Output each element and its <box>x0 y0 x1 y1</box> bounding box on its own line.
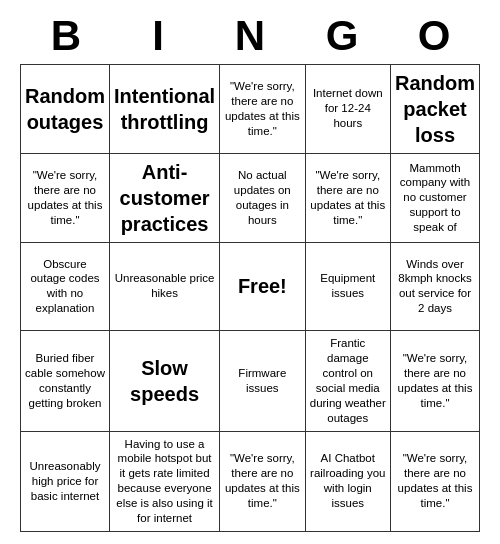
bingo-cell: "We're sorry, there are no updates at th… <box>21 154 110 243</box>
bingo-letter: B <box>20 12 112 60</box>
bingo-cell: No actual updates on outages in hours <box>220 154 305 243</box>
bingo-letter: G <box>296 12 388 60</box>
bingo-cell: Random outages <box>21 65 110 154</box>
bingo-cell: AI Chatbot railroading you with login is… <box>306 432 391 533</box>
bingo-card: BINGO Random outagesIntentional throttli… <box>10 2 490 542</box>
bingo-cell: Winds over 8kmph knocks out service for … <box>391 243 480 331</box>
bingo-cell: Firmware issues <box>220 331 305 432</box>
bingo-cell: Anti-customer practices <box>110 154 220 243</box>
bingo-grid: Random outagesIntentional throttling"We'… <box>20 64 480 532</box>
bingo-letter: O <box>388 12 480 60</box>
bingo-cell: Intentional throttling <box>110 65 220 154</box>
bingo-cell: Obscure outage codes with no explanation <box>21 243 110 331</box>
bingo-cell: "We're sorry, there are no updates at th… <box>220 432 305 533</box>
bingo-letter: I <box>112 12 204 60</box>
bingo-cell: Random packet loss <box>391 65 480 154</box>
bingo-cell: "We're sorry, there are no updates at th… <box>306 154 391 243</box>
bingo-cell: Frantic damage control on social media d… <box>306 331 391 432</box>
bingo-cell: "We're sorry, there are no updates at th… <box>391 432 480 533</box>
bingo-cell: Unreasonable price hikes <box>110 243 220 331</box>
bingo-cell: Having to use a mobile hotspot but it ge… <box>110 432 220 533</box>
bingo-header: BINGO <box>20 12 480 60</box>
bingo-cell: Free! <box>220 243 305 331</box>
bingo-cell: "We're sorry, there are no updates at th… <box>391 331 480 432</box>
bingo-cell: Unreasonably high price for basic intern… <box>21 432 110 533</box>
bingo-cell: "We're sorry, there are no updates at th… <box>220 65 305 154</box>
bingo-letter: N <box>204 12 296 60</box>
bingo-cell: Equipment issues <box>306 243 391 331</box>
bingo-cell: Slow speeds <box>110 331 220 432</box>
bingo-cell: Internet down for 12-24 hours <box>306 65 391 154</box>
bingo-cell: Mammoth company with no customer support… <box>391 154 480 243</box>
bingo-cell: Buried fiber cable somehow constantly ge… <box>21 331 110 432</box>
